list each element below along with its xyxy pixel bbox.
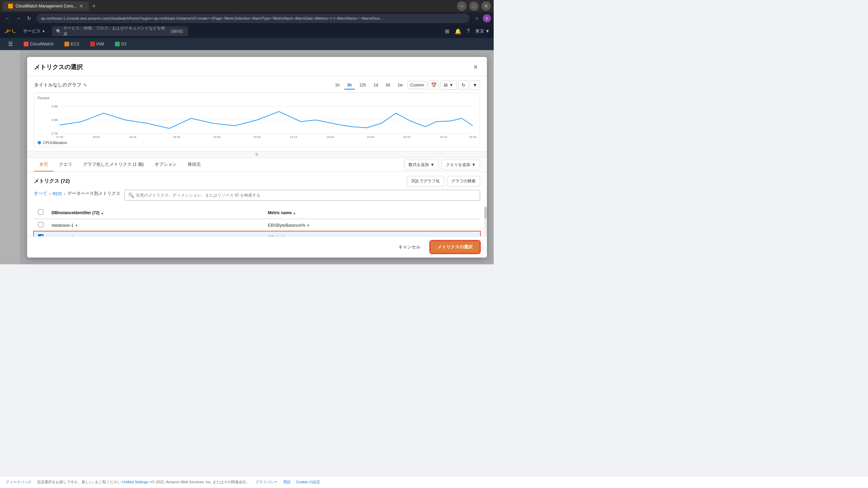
modal-header: メトリクスの選択 ✕ bbox=[27, 57, 487, 76]
modal-close-button[interactable]: ✕ bbox=[471, 62, 480, 72]
close-button[interactable]: ✕ bbox=[481, 1, 491, 11]
svg-text:20:15: 20:15 bbox=[440, 135, 447, 139]
svg-text:aws: aws bbox=[6, 29, 11, 32]
forward-button[interactable]: → bbox=[14, 14, 23, 23]
aws-services-menu[interactable]: サービス ▼ bbox=[20, 27, 48, 36]
search-shortcut: [Alt+S] bbox=[170, 29, 184, 34]
service-bar: ☰ CloudWatch EC2 IAM S3 bbox=[0, 38, 494, 50]
metric-sort-icon[interactable]: ▲ bbox=[293, 211, 296, 215]
row-2-metric: CPUUtilization ▼ bbox=[264, 231, 480, 237]
back-button[interactable]: ← bbox=[3, 14, 12, 23]
sql-graph-button[interactable]: SQLでグラフ化 bbox=[407, 176, 444, 186]
table-row[interactable]: database-1 ▼ CPUUtilization ▼ bbox=[34, 231, 480, 237]
svg-text:2.76: 2.76 bbox=[51, 132, 58, 135]
aws-search-bar[interactable]: 🔍 サービス、特徴、ブログ、およびドキュメントなどを検索 [Alt+S] bbox=[52, 26, 188, 36]
tab-favicon bbox=[8, 4, 13, 8]
main-area: メトリクスの選択 ✕ タイトルなしのグラフ ✎ 1h 3h 12h 1d 3d … bbox=[0, 50, 494, 264]
browser-tab[interactable]: CloudWatch Management Cons... ✕ bbox=[3, 1, 89, 11]
confirm-metrics-button[interactable]: メトリクスの選択 bbox=[430, 241, 480, 253]
time-3h-button[interactable]: 3h bbox=[344, 81, 355, 89]
svg-text:18:15: 18:15 bbox=[129, 135, 137, 139]
tab-graphed-metrics[interactable]: グラフ化したメトリクス (1 個) bbox=[78, 158, 149, 171]
more-options-button[interactable]: ▼ bbox=[470, 80, 480, 90]
help-icon[interactable]: ? bbox=[467, 28, 470, 34]
breadcrumb: すべて › RDS › データベース別メトリクス bbox=[34, 190, 120, 197]
time-3d-button[interactable]: 3d bbox=[382, 81, 393, 89]
row-1-metric-filter-icon[interactable]: ▼ bbox=[307, 224, 310, 227]
row-1-checkbox[interactable] bbox=[38, 222, 43, 227]
edit-title-icon[interactable]: ✎ bbox=[83, 83, 87, 88]
col-header-db: DBInstanceIdentifier (72) ▲ bbox=[47, 207, 264, 219]
service-cloudwatch[interactable]: CloudWatch bbox=[21, 40, 56, 48]
chart-type-dropdown[interactable]: 線 ▼ bbox=[440, 81, 457, 90]
service-ec2[interactable]: EC2 bbox=[62, 40, 82, 48]
metrics-search-input[interactable] bbox=[136, 193, 476, 198]
breadcrumb-sep-2: › bbox=[64, 191, 65, 196]
svg-text:19:45: 19:45 bbox=[367, 135, 374, 139]
service-iam[interactable]: IAM bbox=[87, 40, 107, 48]
search-graph-button[interactable]: グラフの検索 bbox=[447, 176, 480, 186]
bookmark-button[interactable]: ☆ bbox=[472, 14, 481, 23]
aws-top-bar: aws サービス ▼ 🔍 サービス、特徴、ブログ、およびドキュメントなどを検索 … bbox=[0, 24, 494, 38]
restore-button[interactable]: □ bbox=[469, 1, 479, 11]
tab-source[interactable]: 発信元 bbox=[182, 158, 206, 171]
aws-logo[interactable]: aws bbox=[4, 27, 16, 35]
breadcrumb-all[interactable]: すべて bbox=[34, 190, 47, 197]
sidebar-toggle[interactable]: ☰ bbox=[5, 39, 16, 48]
tab-close-icon[interactable]: ✕ bbox=[79, 3, 83, 9]
services-label: サービス bbox=[23, 28, 41, 34]
address-bar[interactable]: ap-northeast-1.console.aws.amazon.com/cl… bbox=[37, 14, 469, 23]
chart-container: Percent 2.96 2.86 2.76 17:45 bbox=[34, 93, 480, 147]
scrollbar-thumb[interactable] bbox=[484, 207, 487, 219]
ec2-favicon bbox=[64, 42, 69, 46]
reload-button[interactable]: ↻ bbox=[24, 14, 34, 23]
svg-text:19:30: 19:30 bbox=[327, 135, 334, 139]
service-s3[interactable]: S3 bbox=[112, 40, 129, 48]
refresh-button[interactable]: ↻ bbox=[458, 80, 469, 90]
svg-text:20:30: 20:30 bbox=[469, 135, 476, 139]
row-1-db-filter-icon[interactable]: ▼ bbox=[75, 224, 78, 227]
time-1w-button[interactable]: 1w bbox=[394, 81, 406, 89]
select-all-checkbox[interactable] bbox=[38, 209, 43, 215]
graph-controls: 1h 3h 12h 1d 3d 1w Custom 📅 線 ▼ ↻ ▼ bbox=[332, 80, 480, 90]
metrics-section: メトリクス (72) SQLでグラフ化 グラフの検索 すべて › RDS › デ… bbox=[27, 172, 487, 207]
address-text: ap-northeast-1.console.aws.amazon.com/cl… bbox=[41, 16, 383, 20]
add-query-button[interactable]: クエリを追加 ▼ bbox=[441, 160, 480, 170]
row-2-db-filter-icon[interactable]: ▼ bbox=[75, 236, 78, 236]
tab-browse[interactable]: 参照 bbox=[34, 158, 54, 171]
time-12h-button[interactable]: 12h bbox=[356, 81, 369, 89]
chart-y-label: Percent bbox=[38, 96, 476, 100]
row-1-metric: EBSByteBalance% ▼ bbox=[264, 219, 480, 231]
metrics-search-bar[interactable]: 🔍 bbox=[124, 190, 480, 201]
add-formula-button[interactable]: 数式を追加 ▼ bbox=[404, 160, 439, 170]
table-row[interactable]: database-1 ▼ EBSByteBalance% ▼ bbox=[34, 219, 480, 231]
modal-footer: キャンセル メトリクスの選択 bbox=[27, 236, 487, 258]
cancel-button[interactable]: キャンセル bbox=[393, 241, 426, 253]
new-tab-button[interactable]: + bbox=[92, 3, 96, 10]
resize-handle[interactable]: ≡ bbox=[27, 151, 487, 158]
breadcrumb-db: データベース別メトリクス bbox=[67, 190, 120, 197]
breadcrumb-rds[interactable]: RDS bbox=[53, 191, 62, 196]
graph-title-area: タイトルなしのグラフ ✎ bbox=[34, 82, 87, 88]
minimize-button[interactable]: ─ bbox=[457, 1, 467, 11]
profile-button[interactable]: h bbox=[483, 14, 491, 22]
time-1h-button[interactable]: 1h bbox=[332, 81, 342, 89]
bell-icon[interactable]: 🔔 bbox=[455, 28, 461, 35]
add-formula-chevron: ▼ bbox=[430, 162, 434, 167]
calendar-icon-button[interactable]: 📅 bbox=[429, 80, 439, 90]
tab-query[interactable]: クエリ bbox=[54, 158, 78, 171]
time-custom-button[interactable]: Custom bbox=[407, 81, 427, 89]
row-2-metric-filter-icon[interactable]: ▼ bbox=[298, 236, 301, 236]
row-2-checkbox[interactable] bbox=[38, 234, 43, 236]
time-1d-button[interactable]: 1d bbox=[371, 81, 381, 89]
db-sort-icon[interactable]: ▲ bbox=[101, 211, 104, 215]
tab-options[interactable]: オプション bbox=[149, 158, 182, 171]
svg-text:18:00: 18:00 bbox=[93, 135, 100, 139]
chart-type-chevron: ▼ bbox=[449, 83, 453, 87]
row-1-db: database-1 ▼ bbox=[47, 219, 264, 231]
modal-title: メトリクスの選択 bbox=[34, 63, 83, 71]
scrollbar-track[interactable] bbox=[484, 207, 487, 236]
apps-icon[interactable]: ⊞ bbox=[445, 28, 449, 35]
region-selector[interactable]: 東京 ▼ bbox=[475, 28, 490, 34]
modal-dialog: メトリクスの選択 ✕ タイトルなしのグラフ ✎ 1h 3h 12h 1d 3d … bbox=[27, 57, 487, 258]
